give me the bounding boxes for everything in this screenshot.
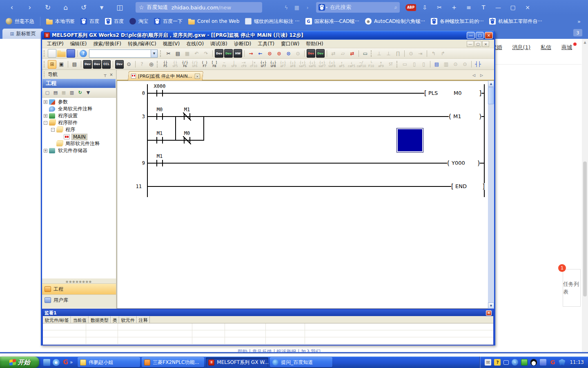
quick-sogou-icon[interactable]: G — [62, 359, 69, 366]
nav-refresh-icon[interactable]: ↻ — [76, 89, 84, 97]
qrcode-icon[interactable]: ▦ — [292, 2, 302, 13]
bookmarks-overflow-icon[interactable]: » — [577, 18, 581, 25]
read-from-plc-icon[interactable]: ← — [256, 49, 265, 58]
bookmark-thread-drawing[interactable]: 螺纹的画法和标注 ··· — [245, 17, 299, 26]
device-table-icon[interactable]: Dev — [93, 60, 101, 69]
tree-item-main[interactable]: MAIN — [42, 133, 116, 140]
menu-item[interactable]: 工程(P) — [44, 40, 67, 48]
skin-icon[interactable]: T — [477, 2, 490, 13]
watch-row[interactable] — [43, 337, 493, 344]
cut-icon[interactable]: ✂ — [164, 49, 173, 58]
task-zhidao-button[interactable]: 提问_百度知道 — [270, 357, 332, 367]
tree-toggle[interactable]: + — [44, 100, 47, 104]
tree-toggle[interactable]: - — [44, 121, 47, 125]
delete-hline-button[interactable]: ─× cF9 — [239, 60, 249, 69]
search-input[interactable]: 在此搜索 — [330, 4, 394, 11]
coil-button[interactable]: ( ) F7 — [200, 60, 209, 69]
list-view-icon[interactable]: ▤ — [70, 60, 79, 69]
tree-toggle[interactable]: + — [44, 114, 47, 118]
user-library-tab[interactable]: 用户库 — [42, 294, 116, 305]
task-list-button[interactable]: 任务列表 — [563, 269, 581, 307]
device-ccl-icon[interactable]: CCL — [102, 60, 111, 69]
bookmark-thread-machining[interactable]: 各种螺纹加工前的··· — [431, 17, 483, 26]
device-green-icon[interactable]: Dev — [316, 49, 325, 58]
scroll-down-icon[interactable]: ▼ — [488, 303, 494, 309]
start-button[interactable]: 开始 — [0, 357, 39, 368]
write-mode-icon[interactable]: ▯ — [419, 60, 428, 69]
device-monitor-icon[interactable]: Dev — [224, 49, 233, 58]
search-engine-caret-icon[interactable]: ▾ — [326, 6, 327, 9]
refresh-icon[interactable]: ↻ — [42, 2, 54, 13]
separator[interactable] — [403, 49, 406, 58]
bookmark-local-folder[interactable]: 本地书签 — [40, 17, 75, 26]
restore-icon[interactable]: ▢ — [507, 2, 519, 13]
window-titlebar[interactable]: ≣ MELSOFT系列 GX Works2 D:\plc保存\顺序开启，逆序关闭… — [42, 31, 494, 40]
watch-column-header[interactable]: 类 — [111, 316, 119, 323]
sogou-tray-icon[interactable]: G — [549, 359, 556, 366]
project-view-icon[interactable]: ⊞ — [48, 60, 56, 69]
rising-pulse-button[interactable]: ┤↑├ sF7 — [259, 60, 268, 69]
monitor-gray-icon[interactable]: ⊙ — [294, 49, 302, 58]
window-tray-icon[interactable] — [503, 360, 509, 365]
bookmark-corel[interactable]: Corel on the Web — [188, 17, 239, 26]
separator[interactable] — [243, 49, 246, 58]
bookmark-user[interactable]: 丝毫不急 — [6, 17, 34, 26]
contact-no[interactable] — [156, 160, 163, 166]
module-config-icon[interactable]: ▣ — [57, 60, 66, 69]
edit-ladder-icon[interactable]: ▭ — [401, 60, 409, 69]
qq-tray-icon[interactable] — [530, 359, 537, 366]
task-melsoft-button[interactable]: ≣ MELSOFT系列 GX W... — [206, 357, 268, 367]
scroll-up-icon[interactable]: ▲ — [582, 40, 588, 44]
bookmark-machine-parts[interactable]: 机械加工零部件自··· — [489, 17, 542, 26]
convert-pulse-button[interactable]: ↓ caF5 — [347, 60, 356, 69]
copy-icon[interactable]: ▤ — [174, 49, 182, 58]
pulse-open-branch-button[interactable]: ┤↑├ saF5 — [298, 60, 307, 69]
window-maximize-button[interactable]: ▢ — [476, 32, 484, 39]
mdi-minimize-icon[interactable]: — — [467, 41, 474, 47]
nav-paste-icon[interactable]: ▦ — [60, 89, 68, 97]
separator[interactable] — [470, 60, 473, 69]
editor-scrollbar[interactable]: ▲ ▼ — [488, 81, 494, 309]
home-icon[interactable]: ⌂ — [60, 2, 72, 13]
open-contact-button[interactable]: ┤├ F5 — [161, 60, 170, 69]
contact-nc[interactable] — [184, 137, 190, 144]
bookmark-autocad-hex[interactable]: ⊕ AutoCAD绘制六角螺··· — [365, 17, 425, 26]
scroll-thumb[interactable] — [583, 162, 587, 296]
watch-jump-icon[interactable]: ⇥ — [416, 49, 425, 58]
navigation-close-icon[interactable]: × — [108, 72, 114, 77]
pane-grip[interactable]: ●●●●●●●● — [42, 280, 116, 283]
pulse-close-branch-button[interactable]: ┤↓├ saF6 — [308, 60, 317, 69]
document-tab[interactable]: [PRG]监视 停止中 MAIN... × — [128, 71, 204, 81]
new-project-icon[interactable] — [48, 49, 56, 58]
minimize-icon[interactable]: — — [492, 2, 504, 13]
watch-column-header[interactable]: 数据类型 — [89, 316, 111, 323]
forward-icon[interactable]: › — [24, 2, 36, 13]
tree-toggle[interactable]: - — [51, 128, 55, 132]
contact-no[interactable] — [156, 90, 163, 96]
watch-row[interactable] — [43, 323, 493, 330]
program-combobox[interactable]: ▼ — [89, 49, 158, 58]
separator[interactable] — [325, 49, 328, 58]
separator[interactable] — [134, 60, 137, 69]
paste-icon[interactable]: ▦ — [183, 49, 192, 58]
invert-result-button[interactable]: ↑ aF5 — [337, 60, 347, 69]
screenshot-scissors-icon[interactable]: ✂ — [433, 2, 445, 13]
monitor-start-icon[interactable]: ⊥ — [375, 49, 383, 58]
watch-column-header[interactable]: 当前值 — [71, 316, 89, 323]
pin-icon[interactable]: ┬ — [102, 72, 108, 77]
mdi-close-icon[interactable]: × — [482, 41, 489, 47]
menu-item[interactable]: 转换/编译(C) — [125, 40, 160, 48]
close-icon[interactable]: × — [521, 2, 534, 13]
contact-no[interactable] — [156, 137, 163, 144]
statement-icon[interactable]: ▥ — [442, 60, 450, 69]
tab-scroll-right-icon[interactable]: ▷ — [479, 72, 484, 78]
separator[interactable] — [429, 60, 432, 69]
ime-tray-icon[interactable]: ? — [494, 359, 501, 366]
tree-item-program-setting[interactable]: + 程序设置 — [42, 112, 116, 119]
collapse-tray-icon[interactable]: ‹ — [512, 359, 518, 366]
window-minimize-button[interactable]: — — [467, 32, 475, 39]
tree-item-local-comment[interactable]: 局部软元件注释 — [42, 140, 116, 147]
device-comment-icon[interactable]: Dev — [215, 49, 223, 58]
transfer-setup-icon[interactable]: ⇄ — [329, 49, 338, 58]
pulse-nc-open-button[interactable]: ┤↟├ saF7 — [318, 60, 327, 69]
